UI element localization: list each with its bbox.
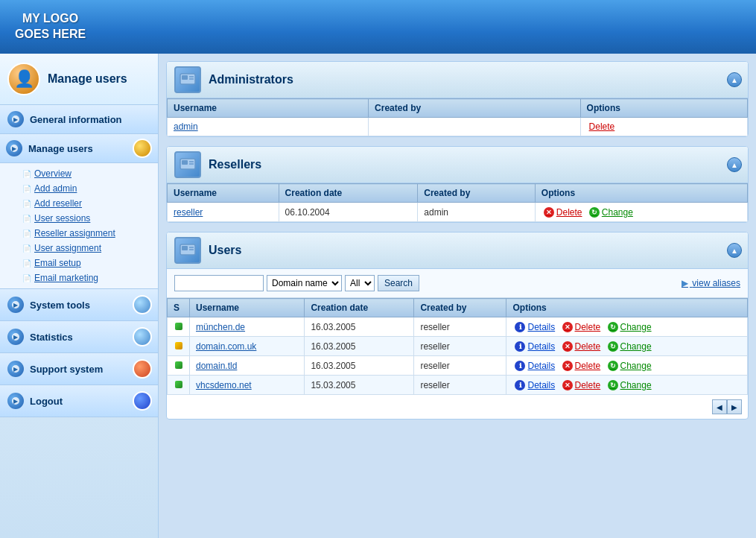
user-details-btn[interactable]: ℹ Details: [515, 380, 555, 390]
sidebar-item-support[interactable]: ▶ Support system: [0, 353, 158, 385]
change-icon: ↻: [608, 341, 618, 352]
sidebar-item-statistics[interactable]: ▶ Statistics: [0, 321, 158, 353]
nav-overview[interactable]: 📄 Overview: [22, 166, 158, 181]
user-username-link[interactable]: domain.com.uk: [196, 341, 256, 352]
content-area: Administrators ▲ Username Created by Opt…: [159, 54, 756, 538]
admin-username-link[interactable]: admin: [174, 121, 198, 132]
view-aliases-link[interactable]: ▶ view aliases: [682, 278, 740, 288]
reseller-delete-btn[interactable]: ✕ Delete: [544, 207, 582, 218]
sidebar-item-general[interactable]: ▶ General information: [0, 105, 158, 134]
user-assignment-link[interactable]: User assignment: [34, 243, 101, 253]
svg-text:▶: ▶: [13, 334, 19, 341]
user-created-by-cell: reseller: [414, 317, 506, 337]
reseller-change-btn[interactable]: ↻ Change: [589, 207, 633, 218]
sidebar-manage-users-header[interactable]: 👤 Manage users: [0, 54, 158, 105]
doc-icon-overview: 📄: [22, 170, 31, 178]
nav-add-reseller[interactable]: 📄 Add reseller: [22, 196, 158, 211]
user-change-btn[interactable]: ↻ Change: [608, 380, 652, 390]
nav-email-marketing[interactable]: 📄 Email marketing: [22, 270, 158, 285]
nav-user-sessions[interactable]: 📄 User sessions: [22, 211, 158, 226]
email-setup-link[interactable]: Email setup: [34, 258, 81, 268]
user-username-link[interactable]: domain.tld: [196, 361, 237, 371]
user-creation-date-cell: 16.03.2005: [305, 337, 414, 356]
delete-icon: ✕: [562, 361, 573, 371]
user-sessions-link[interactable]: User sessions: [34, 213, 90, 224]
nav-reseller-assignment[interactable]: 📄 Reseller assignment: [22, 226, 158, 241]
resellers-title: Resellers: [209, 158, 261, 171]
user-change-btn[interactable]: ↻ Change: [608, 322, 652, 332]
table-row: vhcsdemo.net 15.03.2005 reseller ℹ Detai…: [168, 376, 748, 395]
resellers-collapse-btn[interactable]: ▲: [727, 157, 742, 172]
reseller-options: ✕ Delete ↻ Change: [535, 203, 747, 222]
delete-icon: ✕: [562, 341, 573, 352]
status-indicator: [175, 323, 182, 330]
sidebar-item-manage-users[interactable]: ▶ Manage users: [0, 134, 158, 163]
users-col-creation-date: Creation date: [305, 299, 414, 317]
support-badge: [133, 359, 152, 379]
admin-created-by: [369, 118, 581, 136]
administrators-collapse-btn[interactable]: ▲: [727, 72, 742, 87]
user-status-cell: [168, 317, 190, 337]
users-collapse-btn[interactable]: ▲: [727, 243, 742, 258]
sidebar-item-system-tools[interactable]: ▶ System tools: [0, 289, 158, 321]
nav-user-assignment[interactable]: 📄 User assignment: [22, 241, 158, 256]
reseller-assignment-link[interactable]: Reseller assignment: [34, 228, 115, 238]
nav-add-admin[interactable]: 📄 Add admin: [22, 181, 158, 196]
user-username-cell: münchen.de: [190, 317, 305, 337]
delete-icon: ✕: [544, 207, 554, 218]
resellers-table: Username Creation date Created by Option…: [167, 183, 748, 222]
admin-delete-btn[interactable]: Delete: [589, 121, 615, 132]
user-creation-date-cell: 15.03.2005: [305, 376, 414, 395]
administrators-table: Username Created by Options admin Delete: [167, 98, 748, 136]
search-button[interactable]: Search: [378, 275, 419, 291]
email-marketing-link[interactable]: Email marketing: [34, 273, 98, 283]
admins-col-options: Options: [580, 99, 747, 118]
user-change-btn[interactable]: ↻ Change: [608, 341, 652, 352]
sidebar-item-logout[interactable]: ▶ Logout: [0, 385, 158, 417]
details-icon: ℹ: [515, 380, 525, 390]
system-tools-icon: ▶: [7, 297, 24, 313]
view-aliases-arrow-icon: ▶: [682, 278, 688, 288]
user-delete-btn[interactable]: ✕ Delete: [562, 361, 601, 371]
table-row: domain.tld 16.03.2005 reseller ℹ Details…: [168, 356, 748, 376]
user-username-cell: domain.com.uk: [190, 337, 305, 356]
add-admin-link[interactable]: Add admin: [34, 183, 77, 194]
system-tools-label: System tools: [30, 300, 90, 311]
add-reseller-link[interactable]: Add reseller: [34, 198, 82, 209]
doc-icon-add-admin: 📄: [22, 185, 31, 193]
table-row: reseller 06.10.2004 admin ✕ Delete ↻: [168, 203, 748, 222]
user-username-link[interactable]: münchen.de: [196, 322, 245, 332]
overview-link[interactable]: Overview: [34, 168, 72, 179]
filter-value-select[interactable]: All: [345, 275, 375, 291]
user-creation-date-cell: 16.03.2005: [305, 356, 414, 376]
user-details-btn[interactable]: ℹ Details: [515, 361, 555, 371]
page-next-btn[interactable]: ▶: [727, 399, 742, 414]
page-prev-btn[interactable]: ◀: [712, 399, 727, 414]
change-icon: ↻: [608, 361, 618, 371]
doc-icon-email-marketing: 📄: [22, 274, 31, 282]
nav-email-setup[interactable]: 📄 Email setup: [22, 256, 158, 270]
filter-type-select[interactable]: Domain name Username: [267, 275, 342, 291]
users-search-bar: Domain name Username All Search ▶ view a…: [167, 269, 748, 298]
search-input[interactable]: [174, 275, 264, 291]
user-change-btn[interactable]: ↻ Change: [608, 361, 652, 371]
resellers-panel-header: Resellers ▲: [167, 147, 748, 183]
svg-rect-13: [182, 75, 188, 80]
details-icon: ℹ: [515, 322, 525, 332]
user-delete-btn[interactable]: ✕ Delete: [562, 380, 601, 390]
status-indicator: [175, 381, 182, 388]
svg-rect-17: [182, 160, 188, 165]
users-panel: Users ▲ Domain name Username All Search …: [166, 232, 749, 420]
user-delete-btn[interactable]: ✕ Delete: [562, 341, 601, 352]
svg-text:▶: ▶: [13, 398, 19, 405]
users-panel-icon: [174, 237, 201, 264]
svg-text:▶: ▶: [12, 145, 17, 152]
svg-text:▶: ▶: [13, 366, 19, 373]
user-details-btn[interactable]: ℹ Details: [515, 322, 555, 332]
manage-icon: ▶: [6, 140, 22, 156]
user-details-btn[interactable]: ℹ Details: [515, 341, 555, 352]
user-username-link[interactable]: vhcsdemo.net: [196, 380, 252, 390]
user-delete-btn[interactable]: ✕ Delete: [562, 322, 601, 332]
reseller-username-link[interactable]: reseller: [174, 207, 203, 218]
resellers-col-options: Options: [535, 184, 747, 203]
